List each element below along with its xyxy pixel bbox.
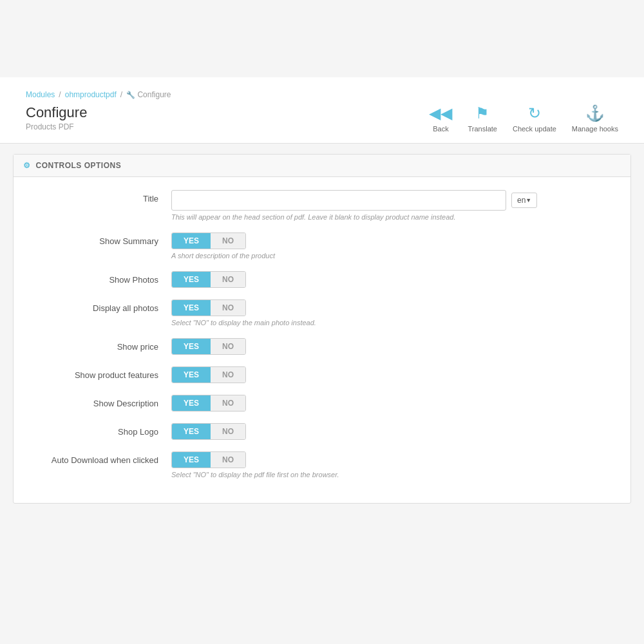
translate-icon: ⚑ — [475, 104, 489, 122]
page-title: Configure — [26, 104, 87, 121]
page-header: Configure Products PDF ◀ Back ⚑ Translat… — [13, 99, 631, 143]
title-input[interactable] — [171, 190, 506, 211]
title-control: en This will appear on the head section … — [171, 190, 621, 221]
show-price-label: Show price — [23, 338, 171, 352]
breadcrumb-configure: 🔧 Configure — [126, 90, 171, 99]
show-summary-help: A short description of the product — [171, 252, 621, 260]
show-photos-yes[interactable]: YES — [172, 272, 211, 287]
auto-download-yes[interactable]: YES — [172, 452, 211, 468]
show-description-control: YES NO — [171, 395, 621, 412]
check-update-label: Check update — [513, 125, 556, 133]
show-price-no[interactable]: NO — [211, 339, 245, 354]
panel-body: Title en This will appear on the head se… — [14, 177, 630, 503]
show-price-control: YES NO — [171, 338, 621, 355]
title-help: This will appear on the head section of … — [171, 213, 621, 221]
show-photos-no[interactable]: NO — [211, 272, 245, 287]
shop-logo-yes[interactable]: YES — [172, 424, 211, 439]
display-all-photos-help: Select "NO" to display the main photo in… — [171, 319, 621, 327]
show-photos-control: YES NO — [171, 271, 621, 288]
breadcrumb-ohmproductpdf[interactable]: ohmproductpdf — [65, 90, 117, 99]
show-description-toggle[interactable]: YES NO — [171, 395, 246, 412]
refresh-icon: ↻ — [528, 104, 541, 122]
auto-download-control: YES NO Select "NO" to display the pdf fi… — [171, 451, 621, 478]
panel-heading: ⚙ CONTROLS OPTIONS — [14, 155, 630, 177]
show-summary-yes[interactable]: YES — [172, 233, 211, 249]
breadcrumb-sep1: / — [59, 90, 61, 99]
show-product-features-no[interactable]: NO — [211, 367, 245, 383]
show-photos-row: Show Photos YES NO — [23, 271, 621, 288]
show-description-yes[interactable]: YES — [172, 395, 211, 411]
show-description-row: Show Description YES NO — [23, 395, 621, 412]
auto-download-label: Auto Download when clicked — [23, 451, 171, 465]
display-all-photos-toggle[interactable]: YES NO — [171, 299, 246, 316]
show-product-features-label: Show product features — [23, 366, 171, 380]
shop-logo-label: Shop Logo — [23, 423, 171, 437]
lang-select[interactable]: en — [511, 193, 537, 208]
manage-hooks-button[interactable]: ⚓ Manage hooks — [572, 104, 618, 133]
show-description-label: Show Description — [23, 395, 171, 408]
shop-logo-row: Shop Logo YES NO — [23, 423, 621, 440]
auto-download-help: Select "NO" to display the pdf file firs… — [171, 471, 621, 478]
title-row: Title en This will appear on the head se… — [23, 190, 621, 221]
show-summary-control: YES NO A short description of the produc… — [171, 232, 621, 260]
back-label: Back — [433, 125, 448, 133]
show-photos-toggle[interactable]: YES NO — [171, 271, 246, 288]
show-summary-toggle[interactable]: YES NO — [171, 232, 246, 249]
gear-icon: ⚙ — [23, 161, 31, 170]
show-summary-label: Show Summary — [23, 232, 171, 246]
show-price-yes[interactable]: YES — [172, 339, 211, 354]
page-subtitle: Products PDF — [26, 122, 87, 131]
show-product-features-row: Show product features YES NO — [23, 366, 621, 383]
controls-panel: ⚙ CONTROLS OPTIONS Title en This will ap… — [13, 154, 631, 504]
panel-heading-text: CONTROLS OPTIONS — [36, 161, 122, 170]
shop-logo-no[interactable]: NO — [211, 424, 245, 439]
display-all-photos-no[interactable]: NO — [211, 300, 245, 316]
auto-download-toggle[interactable]: YES NO — [171, 451, 246, 468]
translate-label: Translate — [468, 125, 497, 133]
auto-download-no[interactable]: NO — [211, 452, 245, 468]
shop-logo-control: YES NO — [171, 423, 621, 440]
translate-button[interactable]: ⚑ Translate — [468, 104, 497, 133]
display-all-photos-row: Display all photos YES NO Select "NO" to… — [23, 299, 621, 327]
shop-logo-toggle[interactable]: YES NO — [171, 423, 246, 440]
back-button[interactable]: ◀ Back — [429, 104, 452, 133]
show-price-toggle[interactable]: YES NO — [171, 338, 246, 355]
display-all-photos-label: Display all photos — [23, 299, 171, 313]
display-all-photos-control: YES NO Select "NO" to display the main p… — [171, 299, 621, 327]
manage-hooks-label: Manage hooks — [572, 125, 618, 133]
show-price-row: Show price YES NO — [23, 338, 621, 355]
auto-download-row: Auto Download when clicked YES NO Select… — [23, 451, 621, 478]
back-icon: ◀ — [429, 104, 452, 122]
show-description-no[interactable]: NO — [211, 395, 245, 411]
show-product-features-yes[interactable]: YES — [172, 367, 211, 383]
page-title-block: Configure Products PDF — [26, 104, 87, 131]
toolbar: ◀ Back ⚑ Translate ↻ Check update ⚓ Mana… — [429, 104, 618, 133]
show-photos-label: Show Photos — [23, 271, 171, 285]
show-product-features-control: YES NO — [171, 366, 621, 383]
breadcrumb-sep2: / — [120, 90, 122, 99]
show-product-features-toggle[interactable]: YES NO — [171, 366, 246, 383]
anchor-icon: ⚓ — [585, 104, 605, 122]
breadcrumb: Modules / ohmproductpdf / 🔧 Configure — [13, 77, 631, 99]
show-summary-no[interactable]: NO — [211, 233, 245, 249]
breadcrumb-modules[interactable]: Modules — [26, 90, 55, 99]
title-label: Title — [23, 190, 171, 204]
display-all-photos-yes[interactable]: YES — [172, 300, 211, 316]
show-summary-row: Show Summary YES NO A short description … — [23, 232, 621, 260]
check-update-button[interactable]: ↻ Check update — [513, 104, 556, 133]
